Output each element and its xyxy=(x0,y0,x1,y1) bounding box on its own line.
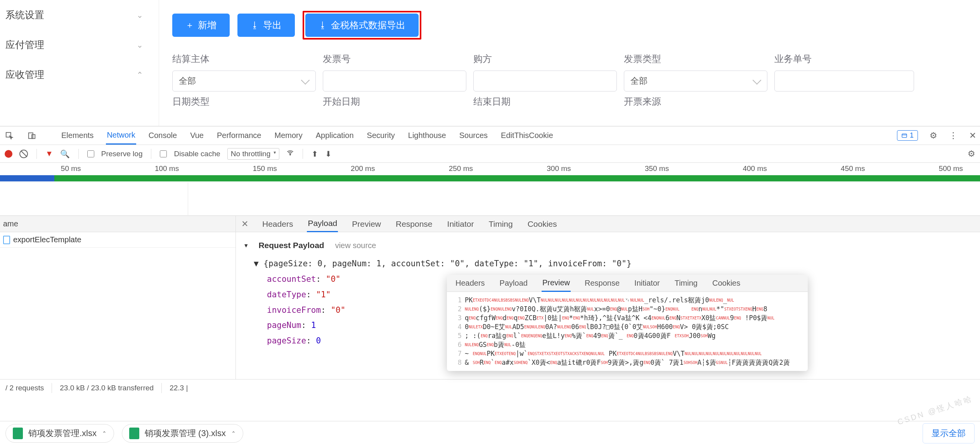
dtab-headers[interactable]: Headers xyxy=(261,216,294,232)
preview-binary-content: 1PKETXEOTDC4NULBSBSBSNULENQV\TNULNULNULN… xyxy=(447,292,808,371)
download-chip[interactable]: 销项发票管理 (3).xlsx ⌃ xyxy=(122,424,243,443)
request-row[interactable]: exportElecTemplate xyxy=(0,232,235,248)
tab-editthiscookie[interactable]: EditThisCookie xyxy=(500,127,554,144)
tab-console[interactable]: Console xyxy=(148,127,178,144)
timeline-ruler: 50 ms100 ms150 ms200 ms250 ms300 ms350 m… xyxy=(0,163,980,175)
svg-point-4 xyxy=(290,154,291,155)
dtab-payload[interactable]: Payload xyxy=(307,216,338,232)
timeline-overview xyxy=(0,175,980,182)
upload-har-icon[interactable]: ⬆ xyxy=(312,149,318,159)
tab-application[interactable]: Application xyxy=(315,127,355,144)
xlsx-file-icon xyxy=(129,428,139,439)
select-invoice-type[interactable]: 全部 xyxy=(624,71,767,91)
ptab-response[interactable]: Response xyxy=(584,275,620,291)
ptab-cookies[interactable]: Cookies xyxy=(712,275,741,291)
request-list-header[interactable]: ame xyxy=(0,216,235,232)
chevron-up-icon: ⌃ xyxy=(137,70,143,79)
tab-vue[interactable]: Vue xyxy=(189,127,204,144)
gear-icon[interactable]: ⚙ xyxy=(930,131,937,141)
dtab-cookies[interactable]: Cookies xyxy=(527,216,558,232)
ptab-timing[interactable]: Timing xyxy=(674,275,698,291)
ptab-headers[interactable]: Headers xyxy=(455,275,486,291)
tab-network[interactable]: Network xyxy=(106,127,136,145)
inspect-element-icon[interactable] xyxy=(4,131,15,140)
network-request-area: ame exportElecTemplate ✕ Headers Payload… xyxy=(0,216,980,379)
network-timeline[interactable]: 50 ms100 ms150 ms200 ms250 ms300 ms350 m… xyxy=(0,163,980,216)
download-filename: 销项发票管理 (3).xlsx xyxy=(145,428,226,439)
export-tax-format-button[interactable]: ⭳ 金税格式数据导出 xyxy=(305,14,419,37)
tab-lighthouse[interactable]: Lighthouse xyxy=(407,127,447,144)
input-invoice-no[interactable] xyxy=(323,71,466,91)
sidebar-item-payable[interactable]: 应付管理 ⌄ xyxy=(0,30,159,60)
devtools-main-tabs: Elements Network Console Vue Performance… xyxy=(0,126,980,145)
chevron-up-icon[interactable]: ⌃ xyxy=(102,430,107,436)
dtab-timing[interactable]: Timing xyxy=(488,216,513,232)
caret-down-icon[interactable]: ▼ xyxy=(244,240,248,251)
svg-rect-2 xyxy=(32,135,35,138)
field-invoice-source: 开票来源 xyxy=(624,95,767,113)
device-toolbar-icon[interactable] xyxy=(26,131,37,140)
filter-icon[interactable]: ▼ xyxy=(45,149,53,158)
plus-icon: ＋ xyxy=(185,19,194,31)
tab-elements[interactable]: Elements xyxy=(61,127,94,144)
svg-rect-3 xyxy=(902,134,907,137)
devtools: Elements Network Console Vue Performance… xyxy=(0,126,980,397)
chevron-down-icon: ⌄ xyxy=(137,10,143,20)
chevron-down-icon: ⌄ xyxy=(137,40,143,50)
close-detail-icon[interactable]: ✕ xyxy=(241,219,248,229)
clear-icon[interactable] xyxy=(19,150,28,158)
field-settle-entity: 结算主体 全部 xyxy=(172,53,316,91)
field-label: 结算主体 xyxy=(172,53,316,65)
new-button[interactable]: ＋ 新增 xyxy=(172,14,230,37)
left-sidebar: 系统设置 ⌄ 应付管理 ⌄ 应收管理 ⌃ xyxy=(0,0,159,126)
issues-count: 1 xyxy=(910,131,914,140)
field-label: 结束日期 xyxy=(473,95,617,108)
dtab-preview[interactable]: Preview xyxy=(351,216,382,232)
dtab-initiator[interactable]: Initiator xyxy=(447,216,475,232)
throttling-select[interactable]: No throttling xyxy=(227,148,279,160)
tab-sources[interactable]: Sources xyxy=(459,127,488,144)
field-label: 购方 xyxy=(473,53,617,65)
ptab-preview[interactable]: Preview xyxy=(542,275,571,292)
ptab-initiator[interactable]: Initiator xyxy=(634,275,661,291)
download-har-icon[interactable]: ⬇ xyxy=(325,149,332,159)
sidebar-item-label: 应付管理 xyxy=(5,38,44,51)
issues-button[interactable]: 1 xyxy=(897,130,918,141)
detail-tabs: ✕ Headers Payload Preview Response Initi… xyxy=(236,216,980,232)
close-devtools-icon[interactable]: ✕ xyxy=(969,131,976,141)
chevron-up-icon[interactable]: ⌃ xyxy=(231,430,236,436)
ptab-payload[interactable]: Payload xyxy=(499,275,528,291)
preserve-log-checkbox[interactable] xyxy=(87,150,94,157)
caret-down-icon[interactable]: ▼ xyxy=(254,259,263,268)
btn-label: 金税格式数据导出 xyxy=(331,19,405,31)
kebab-menu-icon[interactable]: ⋮ xyxy=(949,131,957,141)
field-label: 开始日期 xyxy=(323,95,466,108)
input-buyer[interactable] xyxy=(473,71,617,91)
tab-performance[interactable]: Performance xyxy=(216,127,262,144)
export-button[interactable]: ⭳ 导出 xyxy=(237,14,295,37)
show-all-downloads[interactable]: 显示全部 xyxy=(923,423,975,443)
download-chip[interactable]: 销项发票管理.xlsx ⌃ xyxy=(5,424,114,443)
sidebar-item-system-settings[interactable]: 系统设置 ⌄ xyxy=(0,0,159,30)
input-biz-order-no[interactable] xyxy=(774,71,914,91)
tab-security[interactable]: Security xyxy=(366,127,396,144)
network-settings-icon[interactable]: ⚙ xyxy=(968,149,975,159)
search-icon[interactable]: 🔍 xyxy=(60,149,70,159)
select-settle-entity[interactable]: 全部 xyxy=(172,71,316,91)
main-content: ＋ 新增 ⭳ 导出 ⭳ 金税格式数据导出 结算主体 全部 发票号 xyxy=(159,0,980,126)
field-label: 日期类型 xyxy=(172,95,316,108)
view-source-link[interactable]: view source xyxy=(335,238,376,253)
record-icon[interactable] xyxy=(5,150,12,158)
wifi-icon[interactable] xyxy=(286,149,294,159)
disable-cache-checkbox[interactable] xyxy=(160,150,167,157)
download-icon: ⭳ xyxy=(319,20,327,30)
timeline-load-segment xyxy=(54,175,980,181)
preserve-log-label: Preserve log xyxy=(101,150,143,158)
sidebar-item-label: 系统设置 xyxy=(5,9,44,21)
tab-memory[interactable]: Memory xyxy=(274,127,303,144)
sidebar-item-receivable[interactable]: 应收管理 ⌃ xyxy=(0,60,159,90)
payload-section-title: Request Payload xyxy=(258,238,324,253)
dtab-response[interactable]: Response xyxy=(395,216,433,232)
status-transferred: 23.0 kB / 23.0 kB transferred xyxy=(60,384,154,392)
field-label: 发票号 xyxy=(323,53,466,65)
